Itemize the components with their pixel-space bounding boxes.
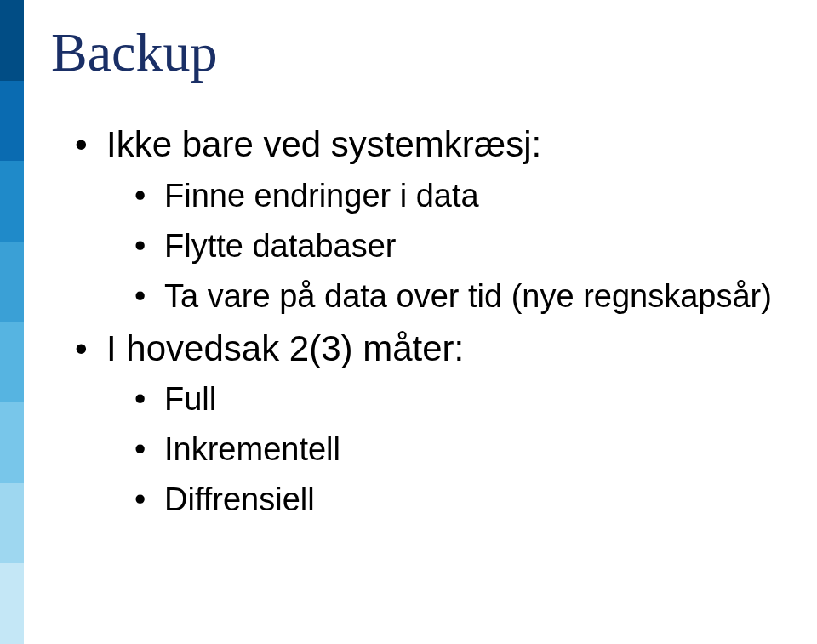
list-item: Ikke bare ved systemkræsj: Finne endring…	[72, 119, 804, 322]
list-item: Flytte databaser	[132, 221, 804, 271]
stripe-segment	[0, 242, 24, 322]
stripe-segment	[0, 402, 24, 483]
list-item-text: Inkrementell	[164, 431, 340, 467]
stripe-segment	[0, 322, 24, 403]
decorative-stripe	[0, 0, 24, 644]
list-item-text: Ta vare på data over tid (nye regnskapså…	[164, 278, 772, 314]
slide-title: Backup	[51, 21, 218, 84]
list-item-text: Flytte databaser	[164, 228, 396, 264]
list-item-text: Full	[164, 381, 216, 417]
list-item-text: I hovedsak 2(3) måter:	[106, 328, 464, 368]
stripe-segment	[0, 161, 24, 242]
list-item: Finne endringer i data	[132, 171, 804, 221]
sub-bullet-list: Finne endringer i data Flytte databaser …	[106, 171, 804, 322]
bullet-list: Ikke bare ved systemkræsj: Finne endring…	[72, 119, 804, 525]
list-item: Ta vare på data over tid (nye regnskapså…	[132, 271, 804, 322]
slide-body: Ikke bare ved systemkræsj: Finne endring…	[72, 119, 804, 527]
list-item: Full	[132, 374, 804, 425]
sub-bullet-list: Full Inkrementell Diffrensiell	[106, 374, 804, 525]
slide: Backup Ikke bare ved systemkræsj: Finne …	[0, 0, 817, 644]
list-item: Inkrementell	[132, 425, 804, 475]
list-item-text: Ikke bare ved systemkræsj:	[106, 124, 541, 164]
stripe-segment	[0, 81, 24, 162]
stripe-segment	[0, 563, 24, 644]
stripe-segment	[0, 483, 24, 564]
stripe-segment	[0, 0, 24, 81]
list-item-text: Finne endringer i data	[164, 178, 479, 214]
list-item: Diffrensiell	[132, 475, 804, 525]
list-item: I hovedsak 2(3) måter: Full Inkrementell…	[72, 323, 804, 526]
list-item-text: Diffrensiell	[164, 482, 315, 517]
